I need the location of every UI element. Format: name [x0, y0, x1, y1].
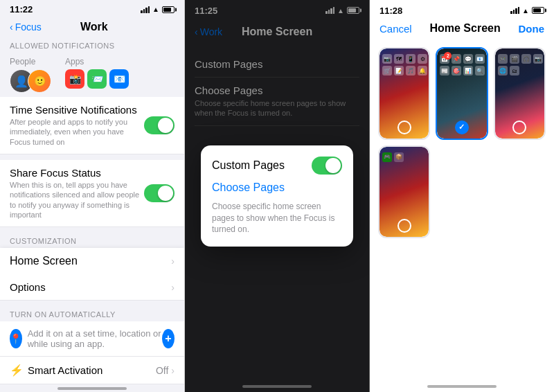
panel-focus-work: 11:22 ▲ ‹ Focus Work ALLOWED NOTIFICATIO…: [0, 0, 185, 392]
mini-icon-1-1: 📷: [382, 54, 392, 64]
select-circle-3[interactable]: [512, 121, 526, 134]
battery-icon-p1: [162, 6, 175, 13]
app-icons: 📸 📨 📧: [65, 69, 129, 89]
mini-icon-2-5: 📰: [440, 66, 449, 75]
time-p3: 11:28: [379, 6, 402, 16]
add-button[interactable]: +: [162, 329, 175, 348]
mini-icon-2-7: 📊: [463, 66, 473, 75]
share-focus-toggle[interactable]: [144, 184, 175, 202]
page-thumb-3[interactable]: 🎮 🎬 🎧 📷 🌐 🗂: [494, 47, 546, 140]
choose-pages-link[interactable]: Choose Pages: [212, 181, 285, 193]
page-icons-3: 🎮 🎬 🎧 📷 🌐 🗂: [498, 54, 542, 75]
mini-icon-1-5: 🛒: [382, 66, 392, 75]
page-bg-2: 📅 2 📌 💬 📧 📰 🎯 📊 🔍 ✓: [437, 48, 486, 139]
cancel-button[interactable]: Cancel: [379, 23, 412, 35]
signal-icon-p3: [510, 7, 519, 14]
location-row[interactable]: 📍 Add it on at a set time, location or w…: [0, 321, 184, 357]
panel-home-screen: 11:25 ▲ ‹ Work Home Screen Custom Pages: [185, 0, 370, 392]
mini-icon-2-2: 📌: [452, 54, 461, 64]
options-row[interactable]: Options ›: [0, 274, 184, 301]
wifi-icon-p1: ▲: [152, 6, 159, 13]
smart-activation-row[interactable]: ⚡ Smart Activation Off ›: [0, 357, 184, 384]
nav-bar-p1: ‹ Focus Work: [0, 17, 184, 37]
mini-icon-3-4: 📷: [533, 54, 543, 64]
select-circle-1[interactable]: [397, 121, 411, 134]
mini-icon-2-4: 📧: [475, 54, 485, 64]
section-customization: CUSTOMIZATION: [0, 233, 184, 248]
page-thumb-4[interactable]: 🎮 📦: [378, 145, 430, 238]
page-bg-4: 🎮 📦: [379, 147, 429, 237]
location-content: 📍 Add it on at a set time, location or w…: [10, 328, 162, 349]
mini-icon-2-6: 🎯: [452, 66, 461, 75]
select-circle-4[interactable]: [397, 219, 411, 233]
home-indicator-p3: [370, 381, 554, 392]
page-icons-2: 📅 2 📌 💬 📧 📰 🎯 📊 🔍: [440, 54, 483, 75]
app-icon-3: 📧: [109, 69, 129, 89]
battery-icon-p3: [532, 7, 544, 14]
nav-title-p1: Work: [80, 21, 108, 33]
page-thumb-2[interactable]: 📅 2 📌 💬 📧 📰 🎯 📊 🔍 ✓: [436, 47, 488, 140]
smart-activation-right: Off ›: [156, 365, 175, 376]
panel3-title: Home Screen: [429, 22, 500, 35]
chevron-right-icon-smart: ›: [171, 365, 175, 376]
panel3-header: Cancel Home Screen Done: [370, 19, 554, 40]
mini-icon-4-xbox: 🎮: [382, 152, 392, 162]
share-focus-row[interactable]: Share Focus Status When this is on, tell…: [0, 160, 184, 227]
mini-icon-3-5: 🌐: [498, 66, 508, 75]
smart-activation-value: Off: [156, 365, 168, 376]
smart-activation-icon: ⚡: [10, 364, 24, 377]
modal-custom-pages-row: Custom Pages: [212, 157, 342, 175]
time-sensitive-content: Time Sensitive Notifications After peopl…: [10, 104, 144, 147]
choose-pages-row: Choose Pages: [212, 181, 342, 194]
select-circle-2[interactable]: ✓: [455, 121, 469, 134]
home-bar-p3: [427, 385, 497, 388]
mini-icon-3-6: 🗂: [510, 66, 519, 75]
mini-icon-1-4: ⚙: [418, 54, 427, 64]
section-allowed-notif: ALLOWED NOTIFICATIONS: [0, 37, 184, 53]
time-sensitive-subtitle: After people and apps to notify you imme…: [10, 117, 144, 147]
mini-icon-3-2: 🎬: [510, 54, 519, 64]
page-thumb-1[interactable]: 📷 🗺 📱 ⚙ 🛒 📝 🎵 🔔: [378, 47, 430, 140]
toggle-knob-1: [158, 118, 173, 133]
spacer-p3: [370, 245, 554, 381]
mini-icon-3-3: 🎧: [521, 54, 531, 64]
share-focus-title: Share Focus Status: [10, 167, 144, 179]
custom-pages-toggle[interactable]: [312, 157, 342, 175]
home-screen-row[interactable]: Home Screen ›: [0, 248, 184, 274]
chevron-right-icon-home: ›: [171, 256, 175, 267]
time-p1: 11:22: [10, 4, 33, 15]
time-sensitive-row[interactable]: Time Sensitive Notifications After peopl…: [0, 97, 184, 154]
share-focus-subtitle: When this is on, tell apps you have noti…: [10, 180, 144, 220]
apps-notif-item: Apps 📸 📨 📧: [65, 57, 129, 93]
status-bar-p3: 11:28 ▲: [370, 0, 554, 19]
mini-icon-1-3: 📱: [406, 54, 416, 64]
location-text: Add it on at a set time, location or whi…: [28, 328, 162, 349]
share-focus-content: Share Focus Status When this is on, tell…: [10, 167, 144, 220]
modal-description: Choose specific home screen pages to sho…: [212, 201, 342, 235]
signal-icon-p1: [141, 6, 150, 13]
people-avatars: 👤 🙂: [10, 69, 51, 93]
toggle-knob-modal: [325, 158, 341, 173]
mini-icon-2-8: 🔍: [475, 66, 485, 75]
status-icons-p3: ▲: [510, 7, 544, 15]
back-button-p1[interactable]: ‹ Focus: [10, 21, 42, 33]
toggle-knob-2: [158, 186, 173, 201]
mini-icon-1-6: 📝: [394, 66, 404, 75]
home-indicator-p1: [0, 384, 184, 392]
app-icon-1: 📸: [65, 69, 84, 89]
app-icon-2: 📨: [87, 69, 107, 89]
smart-activation-title: Smart Activation: [28, 364, 102, 376]
modal-overlay[interactable]: Custom Pages Choose Pages Choose specifi…: [185, 0, 369, 392]
time-sensitive-toggle[interactable]: [144, 116, 175, 134]
mini-wrapper-2-1: 📅 2: [440, 54, 449, 64]
apps-label: Apps: [65, 57, 84, 66]
page-icons-4: 🎮 📦: [382, 152, 426, 162]
custom-pages-label: Custom Pages: [212, 159, 285, 172]
status-icons-p1: ▲: [141, 6, 175, 13]
mini-icon-4-2: 📦: [394, 152, 404, 162]
mini-icon-1-7: 🎵: [406, 66, 416, 75]
page-icons-1: 📷 🗺 📱 ⚙ 🛒 📝 🎵 🔔: [382, 54, 426, 75]
checkmark-icon-2: ✓: [458, 123, 465, 132]
page-bg-3: 🎮 🎬 🎧 📷 🌐 🗂: [495, 48, 544, 139]
done-button[interactable]: Done: [519, 23, 545, 35]
